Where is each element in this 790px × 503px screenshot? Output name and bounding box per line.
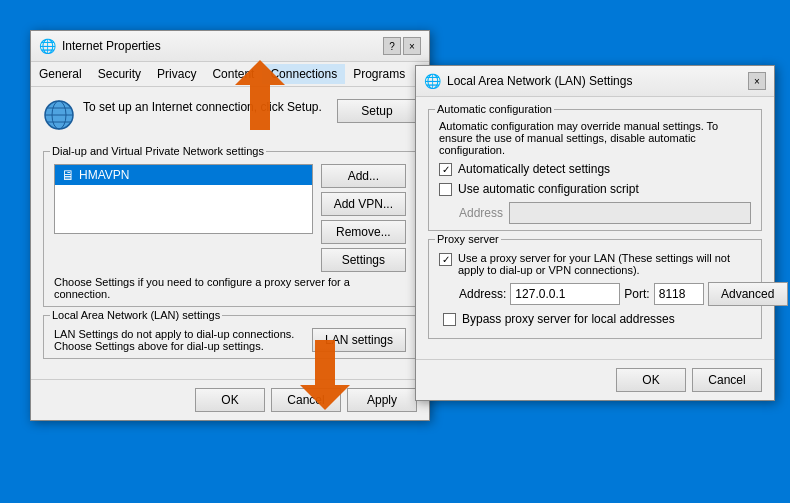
setup-text-content: To set up an Internet connection, click … [83, 100, 322, 114]
menu-privacy[interactable]: Privacy [149, 64, 204, 84]
ie-icon: 🌐 [39, 38, 56, 54]
lan-content: Automatic configuration Automatic config… [416, 97, 774, 359]
dialup-title: Dial-up and Virtual Private Network sett… [50, 145, 266, 157]
vpn-list-item[interactable]: 🖥 HMAVPN [55, 165, 312, 185]
titlebar-controls: ? × [383, 37, 421, 55]
dialup-content: 🖥 HMAVPN Add... Add VPN... Remove... Set… [54, 164, 406, 272]
dialup-section: Dial-up and Virtual Private Network sett… [43, 151, 417, 307]
remove-button[interactable]: Remove... [321, 220, 406, 244]
lan-titlebar-left: 🌐 Local Area Network (LAN) Settings [424, 73, 632, 89]
lan-settings-dialog: 🌐 Local Area Network (LAN) Settings × Au… [415, 65, 775, 401]
proxy-port-input[interactable] [654, 283, 704, 305]
settings-button[interactable]: Settings [321, 248, 406, 272]
lan-section-title: Local Area Network (LAN) settings [50, 309, 222, 321]
menu-connections[interactable]: Connections [262, 64, 345, 84]
proxy-address-input[interactable] [510, 283, 620, 305]
bypass-row: Bypass proxy server for local addresses [443, 312, 751, 326]
lan-close-button[interactable]: × [748, 72, 766, 90]
titlebar-left: 🌐 Internet Properties [39, 38, 161, 54]
add-vpn-button[interactable]: Add VPN... [321, 192, 406, 216]
dialup-description: Choose Settings if you need to configure… [54, 276, 406, 300]
connections-content: To set up an Internet connection, click … [31, 87, 429, 379]
proxy-address-label: Address: [459, 287, 506, 301]
lan-description: LAN Settings do not apply to dial-up con… [54, 328, 312, 352]
apply-button[interactable]: Apply [347, 388, 417, 412]
auto-detect-label[interactable]: Automatically detect settings [458, 162, 610, 176]
auto-config-title: Automatic configuration [435, 103, 554, 115]
use-proxy-checkbox[interactable] [439, 253, 452, 266]
address-input[interactable] [509, 202, 751, 224]
lan-ok-button[interactable]: OK [616, 368, 686, 392]
cancel-button[interactable]: Cancel [271, 388, 341, 412]
address-label: Address [459, 206, 503, 220]
help-button[interactable]: ? [383, 37, 401, 55]
use-script-row: Use automatic configuration script [439, 182, 751, 196]
internet-props-footer: OK Cancel Apply [31, 379, 429, 420]
lan-titlebar: 🌐 Local Area Network (LAN) Settings × [416, 66, 774, 97]
close-button[interactable]: × [403, 37, 421, 55]
use-proxy-label[interactable]: Use a proxy server for your LAN (These s… [458, 252, 751, 276]
proxy-section: Proxy server Use a proxy server for your… [428, 239, 762, 339]
vpn-name: HMAVPN [79, 168, 129, 182]
internet-props-title: Internet Properties [62, 39, 161, 53]
proxy-fields: Address: Port: Advanced [459, 282, 751, 306]
bypass-label[interactable]: Bypass proxy server for local addresses [462, 312, 675, 326]
menu-programs[interactable]: Programs [345, 64, 413, 84]
lan-icon: 🌐 [424, 73, 441, 89]
internet-properties-dialog: 🌐 Internet Properties ? × General Securi… [30, 30, 430, 421]
auto-detect-row: Automatically detect settings [439, 162, 751, 176]
auto-config-section: Automatic configuration Automatic config… [428, 109, 762, 231]
menu-security[interactable]: Security [90, 64, 149, 84]
vpn-buttons: Add... Add VPN... Remove... Settings [321, 164, 406, 272]
use-proxy-row: Use a proxy server for your LAN (These s… [439, 252, 751, 276]
lan-section: Local Area Network (LAN) settings LAN Se… [43, 315, 417, 359]
lan-title: Local Area Network (LAN) Settings [447, 74, 632, 88]
lan-settings-button[interactable]: LAN settings [312, 328, 406, 352]
bypass-checkbox[interactable] [443, 313, 456, 326]
internet-props-titlebar: 🌐 Internet Properties ? × [31, 31, 429, 62]
lan-titlebar-controls: × [748, 72, 766, 90]
add-button[interactable]: Add... [321, 164, 406, 188]
advanced-button[interactable]: Advanced [708, 282, 788, 306]
network-icon [43, 99, 75, 131]
ok-button[interactable]: OK [195, 388, 265, 412]
vpn-icon: 🖥 [61, 167, 75, 183]
lan-section-content: LAN Settings do not apply to dial-up con… [54, 328, 406, 352]
auto-config-description: Automatic configuration may override man… [439, 120, 751, 156]
address-row: Address [459, 202, 751, 224]
use-script-checkbox[interactable] [439, 183, 452, 196]
proxy-title: Proxy server [435, 233, 501, 245]
lan-footer: OK Cancel [416, 359, 774, 400]
setup-button[interactable]: Setup [337, 99, 417, 123]
proxy-port-label: Port: [624, 287, 649, 301]
dialup-list[interactable]: 🖥 HMAVPN [54, 164, 313, 234]
menu-general[interactable]: General [31, 64, 90, 84]
menu-bar: General Security Privacy Content Connect… [31, 62, 429, 87]
menu-content[interactable]: Content [204, 64, 262, 84]
setup-section: To set up an Internet connection, click … [43, 99, 417, 139]
use-script-label[interactable]: Use automatic configuration script [458, 182, 639, 196]
auto-detect-checkbox[interactable] [439, 163, 452, 176]
lan-cancel-button[interactable]: Cancel [692, 368, 762, 392]
setup-description: To set up an Internet connection, click … [83, 99, 329, 116]
